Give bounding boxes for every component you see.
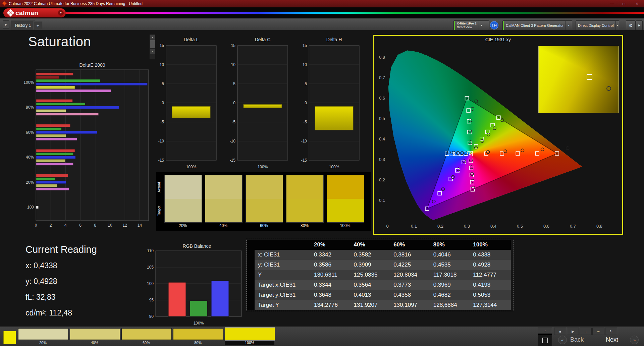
pattern-label: 20% [18, 341, 68, 345]
panel-toggle-button[interactable]: ▶ [3, 20, 9, 28]
row-label: Target Y [255, 300, 311, 310]
actual-label: Actual [157, 176, 162, 199]
pattern-swatch-20%[interactable]: 20% [18, 328, 68, 345]
table-cell: 0,3648 [311, 290, 351, 300]
play-icon[interactable]: ▶ [567, 328, 579, 335]
deltae-bar [36, 188, 69, 190]
pattern-swatch-60%[interactable]: 60% [121, 328, 171, 345]
svg-text:-10: -10 [230, 139, 236, 143]
collapse-panel-icon[interactable]: ▶ [636, 20, 643, 30]
close-button[interactable]: × [630, 0, 644, 7]
svg-text:0,3: 0,3 [379, 157, 385, 162]
saturation-swatch-100% [327, 175, 364, 223]
pattern-color[interactable] [18, 328, 68, 340]
deltae-2000-chart: 02468101214100%80%60%40%20%100 [15, 69, 151, 228]
reading-x: x: 0,4338 [25, 261, 97, 270]
target-color [286, 199, 323, 222]
svg-text:-10: -10 [301, 139, 307, 143]
svg-text:0,2: 0,2 [437, 224, 443, 229]
next-chevron-icon[interactable]: » [630, 336, 639, 344]
next-button[interactable]: Next [606, 336, 618, 343]
table-cell: 0,4928 [470, 260, 511, 270]
deltae-group-label: 20% [26, 180, 34, 185]
swatch-label: 40% [205, 223, 242, 228]
reading-fl: fL: 32,83 [25, 293, 97, 302]
scroll-up-icon[interactable]: ▲ [538, 328, 552, 334]
pattern-color[interactable] [70, 328, 120, 340]
chevron-down-icon[interactable]: ▼ [566, 21, 571, 30]
table-cell: 0,3969 [430, 280, 470, 290]
svg-text:90: 90 [149, 314, 154, 319]
measured-point [566, 147, 569, 150]
minimize-button[interactable]: — [606, 0, 618, 7]
pattern-color[interactable] [225, 327, 275, 341]
tab-history-1[interactable]: History 1 [11, 20, 35, 30]
table-cell: 112,4777 [470, 270, 511, 280]
deltae-bar [36, 103, 85, 105]
deltae-bar [36, 153, 73, 155]
actual-color [165, 175, 202, 199]
deltae-group-label: 60% [26, 130, 34, 135]
chevron-down-icon[interactable]: ▼ [479, 21, 484, 30]
deltae-bar [36, 138, 77, 140]
table-cell: 127,3144 [470, 300, 511, 310]
delta-h-title: Delta H [309, 37, 359, 42]
svg-text:4: 4 [64, 223, 67, 228]
deltae-bar [36, 149, 75, 152]
pattern-color[interactable] [121, 328, 172, 340]
svg-text:0: 0 [162, 101, 164, 105]
gear-icon[interactable]: ⚙ [626, 20, 636, 30]
pattern-swatch-80%[interactable]: 80% [173, 328, 223, 345]
delta-h-chart: 151050-5-10-15100% [296, 43, 363, 175]
logo-menu-chevron-icon[interactable]: ▼ [58, 10, 64, 16]
loop-icon[interactable]: ↻ [605, 328, 617, 335]
chevron-down-icon[interactable]: ▼ [615, 21, 619, 30]
meter-mode: Direct View [457, 25, 477, 29]
svg-text:0: 0 [35, 223, 37, 228]
meter-dropdown[interactable]: X-Rite i1Pro 2 Direct View ▼ [453, 20, 489, 30]
display-control-dropdown[interactable]: Direct Display Control ▼ [576, 20, 619, 30]
table-cell: 0,4535 [430, 260, 470, 270]
calman-logo[interactable]: calman ▼ [3, 8, 66, 17]
table-row: y: CIE310,35860,39090,42250,45350,4928 [247, 260, 511, 270]
deltae-group-label: 40% [26, 155, 34, 160]
stop-icon[interactable]: ■ [554, 328, 566, 335]
maximize-button[interactable]: □ [618, 0, 630, 7]
pattern-color[interactable] [173, 328, 223, 340]
cie-1931-panel: CIE 1931 xy 00,10,20,30,40,50,60,70,80,1… [373, 35, 623, 235]
add-tab-button[interactable]: + [34, 21, 42, 30]
delta-bar [172, 106, 210, 118]
table-cell: 120,8034 [390, 270, 430, 280]
scroll-up-icon[interactable]: ▲ [150, 35, 155, 40]
svg-text:0,1: 0,1 [411, 224, 417, 229]
saturation-swatch-40% [205, 175, 243, 223]
pattern-swatch-100%[interactable]: 100% [225, 328, 274, 345]
back-button[interactable]: Back [570, 336, 584, 343]
delta-x-label: 100% [186, 165, 197, 169]
pattern-source-dropdown[interactable]: CalMAN Client 3 Pattern Generator ▼ [502, 20, 572, 30]
link-icon[interactable]: ∞ [592, 328, 604, 335]
row-strip [247, 270, 255, 280]
blackout-button[interactable] [538, 334, 552, 346]
delta-l-title: Delta L [166, 37, 216, 42]
row-strip [247, 280, 255, 290]
delta-l-chart: 151050-5-10-15100% [153, 43, 220, 175]
calman-logo-text: calman [15, 9, 58, 17]
deltae-group-label: 100% [23, 80, 34, 85]
pattern-swatch-40%[interactable]: 40% [70, 328, 119, 345]
blackout-square-icon [542, 338, 548, 343]
table-cell: 0,4193 [470, 280, 511, 290]
back-chevron-icon[interactable]: « [558, 336, 567, 344]
svg-text:0,4: 0,4 [490, 224, 496, 229]
svg-text:-5: -5 [160, 120, 164, 124]
table-cell: 0,4682 [430, 290, 470, 300]
target-color [327, 199, 364, 222]
deltae-bar [36, 124, 70, 127]
target-color [165, 199, 202, 222]
svg-text:10: 10 [160, 62, 164, 67]
pattern-label: 40% [70, 341, 119, 345]
svg-text:0,5: 0,5 [379, 116, 385, 121]
fit-icon[interactable]: ↔ [580, 328, 592, 335]
table-cell: 134,2776 [311, 300, 351, 310]
actual-color [327, 175, 364, 199]
